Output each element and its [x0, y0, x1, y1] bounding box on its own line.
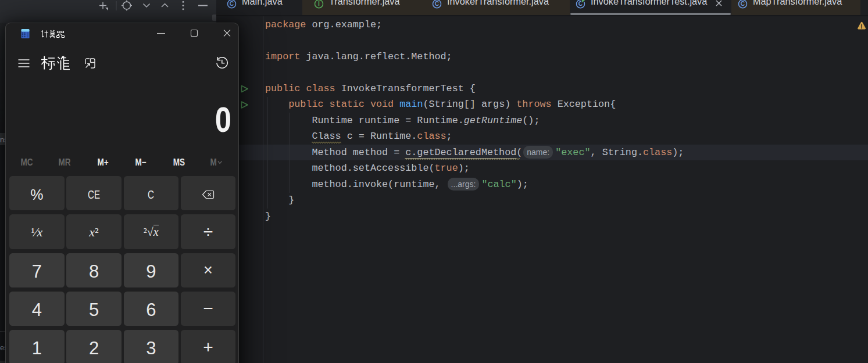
svg-text:C: C: [741, 1, 745, 7]
svg-text:C: C: [230, 1, 234, 7]
svg-text:C: C: [435, 1, 440, 7]
svg-text:I: I: [318, 1, 320, 7]
